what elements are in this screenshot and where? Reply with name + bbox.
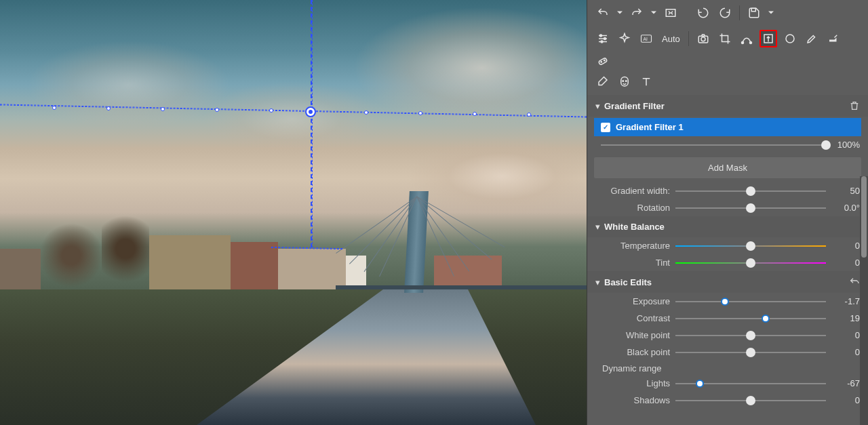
temperature-slider[interactable] bbox=[675, 245, 826, 247]
redo-dropdown-icon[interactable] bbox=[650, 4, 658, 22]
compare-icon[interactable] bbox=[662, 4, 679, 22]
collapse-icon: ▾ bbox=[595, 277, 600, 287]
eraser-icon[interactable] bbox=[594, 73, 612, 91]
contrast-slider[interactable] bbox=[675, 318, 826, 319]
basic-edits-header[interactable]: ▾ Basic Edits bbox=[587, 271, 868, 293]
svg-point-18 bbox=[604, 60, 606, 61]
collapse-icon: ▾ bbox=[595, 101, 600, 111]
text-icon[interactable] bbox=[637, 73, 655, 91]
basic-edits-panel: ▾ Basic Edits Exposure -1.7 Contrast bbox=[587, 271, 868, 409]
slider-thumb[interactable] bbox=[696, 380, 704, 388]
rotate-left-icon[interactable] bbox=[694, 4, 712, 22]
radial-filter-icon[interactable] bbox=[781, 30, 799, 47]
slider-thumb[interactable] bbox=[721, 298, 729, 306]
scrollbar-thumb[interactable] bbox=[861, 176, 867, 258]
rotation-slider[interactable] bbox=[675, 207, 826, 209]
white-point-value[interactable]: 0 bbox=[831, 330, 860, 340]
auto-button[interactable]: Auto bbox=[659, 33, 683, 45]
svg-point-12 bbox=[741, 42, 743, 44]
black-point-slider[interactable] bbox=[675, 352, 826, 353]
svg-point-15 bbox=[786, 35, 794, 43]
contrast-value[interactable]: 19 bbox=[831, 313, 860, 323]
slider-thumb[interactable] bbox=[746, 348, 755, 357]
gradient-width-label: Gradient width: bbox=[595, 186, 670, 196]
svg-point-6 bbox=[604, 38, 606, 40]
exposure-slider[interactable] bbox=[675, 301, 826, 302]
exposure-value[interactable]: -1.7 bbox=[831, 296, 860, 306]
undo-dropdown-icon[interactable] bbox=[616, 4, 624, 22]
separator bbox=[688, 31, 689, 46]
ai-icon[interactable]: AI bbox=[637, 30, 655, 47]
rotate-right-icon[interactable] bbox=[716, 4, 734, 22]
tools-toolbar-2 bbox=[587, 73, 868, 95]
svg-point-11 bbox=[701, 37, 705, 41]
opacity-slider[interactable] bbox=[601, 144, 826, 146]
lights-slider[interactable] bbox=[675, 383, 826, 384]
gradient-filter-icon[interactable] bbox=[760, 30, 777, 47]
delete-icon[interactable] bbox=[849, 100, 860, 111]
white-point-row: White point 0 bbox=[587, 327, 868, 344]
filter-list-item[interactable]: ✓ Gradient Filter 1 bbox=[594, 118, 861, 136]
gradient-width-value[interactable]: 50 bbox=[831, 186, 860, 196]
collapse-icon: ▾ bbox=[595, 222, 600, 232]
camera-icon[interactable] bbox=[694, 30, 712, 47]
svg-rect-1 bbox=[751, 8, 755, 12]
gradient-handle-vertical[interactable] bbox=[311, 0, 313, 112]
svg-point-17 bbox=[601, 62, 602, 63]
white-balance-panel: ▾ White Balance Temperature 0 Tint 0 bbox=[587, 216, 868, 271]
add-mask-button[interactable]: Add Mask bbox=[594, 157, 861, 178]
save-icon[interactable] bbox=[745, 4, 763, 22]
shadows-value[interactable]: 0 bbox=[831, 395, 860, 405]
slider-thumb[interactable] bbox=[821, 140, 831, 150]
slider-thumb[interactable] bbox=[746, 258, 755, 268]
slider-thumb[interactable] bbox=[762, 315, 770, 323]
slider-thumb[interactable] bbox=[746, 186, 755, 196]
slider-thumb[interactable] bbox=[746, 396, 755, 405]
patch-icon[interactable] bbox=[594, 52, 612, 69]
exposure-label: Exposure bbox=[595, 296, 670, 306]
exposure-row: Exposure -1.7 bbox=[587, 293, 868, 310]
curve-icon[interactable] bbox=[738, 30, 755, 47]
gradient-handle-vertical[interactable] bbox=[311, 112, 313, 247]
slider-thumb[interactable] bbox=[746, 331, 755, 340]
brush-filter-icon[interactable] bbox=[803, 30, 821, 47]
temperature-value[interactable]: 0 bbox=[831, 241, 860, 251]
black-point-label: Black point bbox=[595, 347, 670, 357]
slider-thumb[interactable] bbox=[746, 203, 755, 213]
tint-row: Tint 0 bbox=[587, 254, 868, 271]
slider-thumb[interactable] bbox=[746, 241, 755, 251]
redo-icon[interactable] bbox=[628, 4, 646, 22]
retouch-icon[interactable] bbox=[825, 30, 842, 47]
scrollbar-track[interactable] bbox=[860, 176, 868, 425]
dynamic-range-label: Dynamic range bbox=[587, 361, 868, 375]
white-balance-header[interactable]: ▾ White Balance bbox=[587, 216, 868, 237]
save-dropdown-icon[interactable] bbox=[767, 4, 775, 22]
white-point-label: White point bbox=[595, 330, 670, 340]
rotation-value[interactable]: 0.0° bbox=[831, 203, 860, 213]
undo-icon[interactable] bbox=[594, 4, 612, 22]
reset-icon[interactable] bbox=[849, 277, 860, 287]
tint-value[interactable]: 0 bbox=[831, 258, 860, 268]
crop-icon[interactable] bbox=[716, 30, 734, 47]
opacity-value[interactable]: 100% bbox=[831, 140, 860, 150]
black-point-value[interactable]: 0 bbox=[831, 347, 860, 357]
opacity-slider-row: 100% bbox=[587, 136, 868, 153]
contrast-label: Contrast bbox=[595, 313, 670, 323]
panel-title: Gradient Filter bbox=[604, 101, 849, 111]
tint-slider[interactable] bbox=[675, 262, 826, 264]
gradient-width-slider[interactable] bbox=[675, 190, 826, 192]
svg-point-13 bbox=[749, 42, 751, 44]
gradient-filter-header[interactable]: ▾ Gradient Filter bbox=[587, 95, 868, 117]
quick-edits-icon[interactable] bbox=[616, 30, 633, 47]
gradient-center-handle[interactable] bbox=[305, 106, 316, 117]
face-icon[interactable] bbox=[616, 73, 633, 91]
history-toolbar bbox=[587, 0, 868, 26]
white-point-slider[interactable] bbox=[675, 335, 826, 336]
image-canvas[interactable] bbox=[0, 0, 587, 425]
separator bbox=[739, 5, 740, 20]
lights-value[interactable]: -67 bbox=[831, 378, 860, 388]
filter-checkbox[interactable]: ✓ bbox=[601, 123, 610, 132]
lights-row: Lights -67 bbox=[587, 375, 868, 392]
shadows-slider[interactable] bbox=[675, 400, 826, 401]
adjustments-icon[interactable] bbox=[594, 30, 612, 47]
